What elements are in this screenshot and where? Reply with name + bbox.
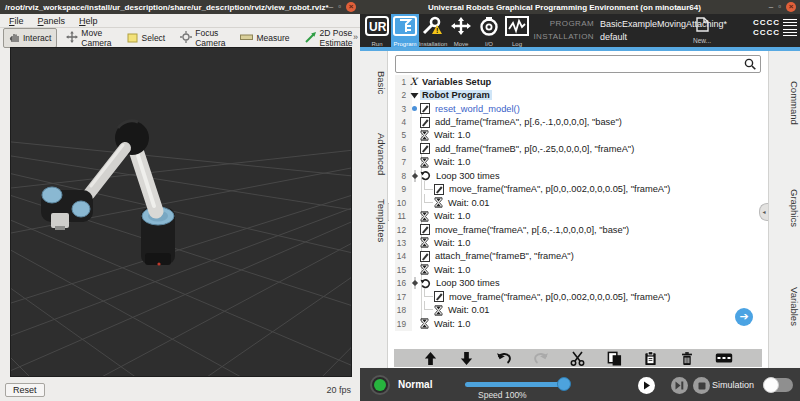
delete-icon[interactable] xyxy=(680,351,694,366)
search-input[interactable] xyxy=(396,59,744,69)
line-number: 8 xyxy=(395,171,409,181)
close-icon[interactable]: × xyxy=(346,2,356,12)
tree-row[interactable]: 11Wait: 1.0 xyxy=(395,209,761,222)
tree-row[interactable]: 6add_frame("frameB", p[0,-.25,0,0,0,0], … xyxy=(395,142,761,155)
play-button[interactable] xyxy=(638,377,655,394)
undo-icon[interactable] xyxy=(496,351,512,365)
header-corner[interactable]: CCCCCCCC xyxy=(753,18,797,37)
script-icon xyxy=(420,117,430,128)
polyscope-footer: Normal Speed 100% Simulation xyxy=(360,368,800,401)
move-down-icon[interactable] xyxy=(459,351,474,366)
tree-row[interactable]: 12move_frame("frameA", p[.6,-.1,0,0,0,0]… xyxy=(395,223,761,236)
variables-icon: X xyxy=(409,76,420,87)
tree-row[interactable]: 7Wait: 1.0 xyxy=(395,156,761,169)
tool-interact[interactable]: Interact xyxy=(3,28,57,48)
maximize-icon[interactable]: ▫ xyxy=(338,3,341,11)
simulation-toggle[interactable] xyxy=(763,378,793,392)
nav-move[interactable]: Move xyxy=(447,14,475,47)
tree-row-label: move_frame("frameA", p[.6,-.1,0,0,0,0], … xyxy=(433,225,631,235)
wait-icon xyxy=(420,157,429,168)
tree-row[interactable]: 13Wait: 1.0 xyxy=(395,236,761,249)
new-program-button[interactable]: New... xyxy=(687,17,717,44)
tree-row[interactable]: 19Wait: 1.0 xyxy=(395,317,761,330)
suppress-icon[interactable] xyxy=(715,351,733,365)
tool-label: Focus Camera xyxy=(195,28,225,48)
tree-row[interactable]: 16Loop 300 times xyxy=(395,277,761,290)
tab-graphics[interactable]: Graphics xyxy=(769,189,800,227)
toolbar-overflow-icon[interactable]: » xyxy=(353,32,358,42)
tree-row[interactable]: 15Wait: 1.0 xyxy=(395,263,761,276)
tree-row[interactable]: 4add_frame("frameA", p[.6,-.1,0,0,0,0], … xyxy=(395,115,761,128)
tree-expander-icon[interactable] xyxy=(409,277,420,289)
polyscope-titlebar[interactable]: Universal Robots Graphical Programming E… xyxy=(360,0,800,14)
minimize-icon[interactable]: – xyxy=(769,3,773,11)
corner-text: CCCC xyxy=(753,28,780,37)
speed-slider-knob[interactable] xyxy=(557,377,571,391)
tool-measure[interactable]: Measure xyxy=(234,29,295,47)
tab-basic[interactable]: Basic xyxy=(360,71,387,94)
nav-program[interactable]: Program xyxy=(391,14,419,47)
search-icon[interactable] xyxy=(744,58,760,70)
tree-row[interactable]: 2Robot Program xyxy=(395,88,761,101)
line-number: 17 xyxy=(395,292,409,302)
tool-label: 2D Pose Estimate xyxy=(320,28,354,48)
polyscope-window-title: Universal Robots Graphical Programming E… xyxy=(360,3,769,12)
paste-icon[interactable] xyxy=(643,351,658,366)
program-tree-icon xyxy=(393,16,417,40)
script-icon xyxy=(420,103,430,114)
cut-icon[interactable] xyxy=(570,351,585,366)
tree-row-label: add_frame("frameA", p[.6,-.1,0,0,0,0], "… xyxy=(433,117,624,127)
speed-label: Speed 100% xyxy=(478,390,527,400)
copy-icon[interactable] xyxy=(607,351,622,366)
tree-row[interactable]: 8Loop 300 times xyxy=(395,169,761,182)
move-up-icon[interactable] xyxy=(423,351,438,366)
nav-io[interactable]: I/O xyxy=(475,14,503,47)
speed-slider[interactable] xyxy=(465,382,568,387)
main-nav: URRunProgram!InstallationMoveI/OLog xyxy=(363,14,531,47)
detail-tabs: CommandGraphicsVariables xyxy=(768,51,800,368)
tool-select[interactable]: Select xyxy=(121,28,172,48)
stop-button[interactable] xyxy=(693,377,710,394)
tab-advanced[interactable]: Advanced xyxy=(360,133,387,175)
tree-row[interactable]: 18Wait: 0.01 xyxy=(395,303,761,316)
expand-right-panel-handle[interactable]: ◂ xyxy=(759,203,768,221)
tree-row-label: Wait: 1.0 xyxy=(432,265,472,275)
corner-text: CCCC xyxy=(753,18,780,27)
step-button[interactable] xyxy=(671,377,688,394)
tree-row[interactable]: 5Wait: 1.0 xyxy=(395,129,761,142)
status-led[interactable] xyxy=(370,375,390,395)
search-bar[interactable] xyxy=(395,55,761,73)
line-number: 2 xyxy=(395,90,409,100)
tree-row[interactable]: 17move_frame("frameA", p[0,0,.002,0,0,0.… xyxy=(395,290,761,303)
tree-row[interactable]: 1XVariables Setup xyxy=(395,75,761,88)
rviz-titlebar[interactable]: /root/rviz_workspace/install/ur_descript… xyxy=(0,0,360,14)
reset-button[interactable]: Reset xyxy=(5,383,45,397)
next-step-button[interactable]: ➔ xyxy=(735,308,753,326)
simulation-label: Simulation xyxy=(712,380,754,390)
tree-row-label: Wait: 1.0 xyxy=(432,211,472,221)
tree-row[interactable]: 9move_frame("frameA", p[0,0,.002,0,0,0.0… xyxy=(395,183,761,196)
tab-templates[interactable]: Templates xyxy=(360,199,387,242)
tab-command[interactable]: Command xyxy=(769,81,800,125)
maximize-icon[interactable]: ▫ xyxy=(778,3,781,11)
tab-variables[interactable]: Variables xyxy=(769,287,800,326)
select-box-icon xyxy=(127,31,139,45)
menu-file[interactable]: File xyxy=(3,16,30,26)
tree-row[interactable]: 14attach_frame("frameB", "frameA") xyxy=(395,250,761,263)
wait-icon xyxy=(434,197,443,208)
tree-row[interactable]: 3reset_world_model() xyxy=(395,102,761,115)
collapse-arrow-icon xyxy=(409,91,420,100)
line-number: 18 xyxy=(395,305,409,315)
hamburger-icon[interactable] xyxy=(783,19,797,27)
minimize-icon[interactable]: – xyxy=(329,3,333,11)
rviz-3d-viewport[interactable] xyxy=(10,47,352,377)
nav-run[interactable]: URRun xyxy=(363,14,391,47)
wait-icon xyxy=(420,264,429,275)
tree-row[interactable]: 10Wait: 0.01 xyxy=(395,196,761,209)
close-icon[interactable]: × xyxy=(786,2,796,12)
new-button-label: New... xyxy=(687,37,717,44)
nav-installation[interactable]: !Installation xyxy=(419,14,447,47)
hamburger-icon[interactable] xyxy=(783,29,797,37)
tree-expander-icon[interactable] xyxy=(409,170,420,182)
focus-camera-icon xyxy=(180,31,192,45)
